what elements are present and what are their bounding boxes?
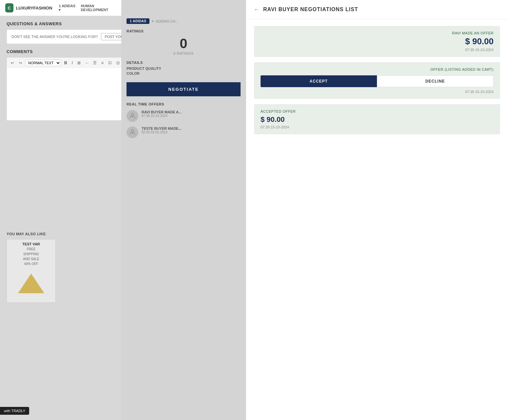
svg-point-1 — [131, 130, 134, 132]
offer-avatar-1 — [127, 110, 138, 122]
offer-made-amount: $ 90.00 — [465, 36, 494, 47]
accept-button[interactable]: ACCEPT — [261, 75, 377, 87]
ratings-section: RATINGS 0 0 RATINGS — [121, 27, 246, 58]
product-title: TEST VAR — [22, 242, 40, 246]
pending-actions: ACCEPT DECLINE — [261, 75, 494, 87]
more-button[interactable]: ··· — [84, 60, 90, 66]
breadcrumb-tag[interactable]: 1 ADIDAS — [127, 18, 149, 24]
ol-button[interactable]: ≡ — [100, 60, 105, 66]
ratings-title: RATINGS — [127, 29, 241, 33]
rating-sub: 0 RATINGS — [127, 51, 241, 55]
breadcrumb: 1 ADIDAS > ADIDAS CH... — [121, 0, 246, 27]
panel-header: ← RAVI BUYER NEGOTIATIONS LIST — [246, 0, 508, 19]
tradly-badge: with TRADLY — [0, 407, 29, 415]
detail-quality: PRODUCT QUALITY — [127, 67, 241, 70]
check-button[interactable]: ☑ — [107, 60, 113, 66]
decline-button[interactable]: DECLINE — [377, 75, 494, 87]
offer-time-1: 07:39 15-10-2024 — [142, 114, 182, 118]
realtime-offer-1: RAVI BUYER MADE A... 07:39 15-10-2024 — [127, 110, 241, 122]
format-select[interactable]: NORMAL TEXT — [25, 60, 61, 66]
image-button[interactable]: ⊡ — [115, 60, 121, 66]
pending-label: OFFER (LISTING ADDED IN CART) — [261, 67, 494, 71]
details-section: DETAILS PRODUCT QUALITY COLOR — [121, 58, 246, 79]
offer-text-2: TESTE BUYER MADE... — [142, 126, 182, 130]
panel-title: RAVI BUYER NEGOTIATIONS LIST — [263, 7, 358, 12]
svg-point-0 — [131, 113, 134, 116]
pending-offer-card: OFFER (LISTING ADDED IN CART) ACCEPT DEC… — [254, 62, 500, 99]
undo-button[interactable]: ↩ — [10, 60, 15, 66]
italic-button[interactable]: I — [70, 60, 74, 66]
product-line2: SHIPPING — [23, 252, 39, 256]
offer-made-label: RAVI MADE AN OFFER — [452, 31, 494, 35]
redo-button[interactable]: ↪ — [17, 60, 23, 66]
bold-button[interactable]: B — [63, 60, 68, 66]
accepted-label: ACCEPTED OFFER — [261, 109, 494, 113]
realtime-title: REAL TIME OFFERS — [127, 102, 241, 106]
breadcrumb-next: ADIDAS CH... — [156, 19, 178, 23]
panel-body: RAVI MADE AN OFFER $ 90.00 07:39 15-10-2… — [246, 19, 508, 420]
offer-avatar-2 — [127, 126, 138, 138]
logo-icon: C — [5, 3, 13, 12]
product-card: TEST VAR FREE SHIPPING AND SALE 40% OFF — [7, 239, 56, 303]
table-button[interactable]: ⊞ — [76, 60, 82, 66]
details-title: DETAILS — [127, 61, 241, 65]
offer-made-card: RAVI MADE AN OFFER $ 90.00 07:39 15-10-2… — [254, 26, 500, 57]
brand-name: LUXURYFASHION — [16, 6, 52, 10]
accepted-offer-card: ACCEPTED OFFER $ 90.00 07:39 15-10-2024 — [254, 104, 500, 134]
product-line4: 40% OFF — [24, 262, 38, 266]
product-line1: FREE — [27, 247, 36, 251]
negotiate-button[interactable]: NEGOTIATE — [127, 82, 241, 96]
offer-made-time: 07:39 15-10-2024 — [465, 48, 494, 52]
breadcrumb-separator: > — [151, 19, 154, 24]
nav-item-adidas[interactable]: 1 ADIDAS — [59, 4, 75, 12]
negotiations-panel: ← RAVI BUYER NEGOTIATIONS LIST RAVI MADE… — [246, 0, 508, 420]
qa-prompt-text: DON'T SEE THE ANSWER YOU'RE LOOKING FOR? — [11, 35, 98, 39]
nav-item-human[interactable]: HUMAN DEVELOPMENT — [81, 4, 116, 12]
realtime-offer-2: TESTE BUYER MADE... 02:45 02-01-2024 — [127, 126, 241, 138]
accepted-time: 07:39 15-10-2024 — [261, 125, 494, 129]
offer-text-1: RAVI BUYER MADE A... — [142, 110, 182, 114]
product-overlay: 1 ADIDAS > ADIDAS CH... RATINGS 0 0 RATI… — [121, 0, 246, 420]
accepted-amount: $ 90.00 — [261, 115, 494, 124]
back-button[interactable]: ← — [254, 7, 259, 12]
realtime-section: REAL TIME OFFERS RAVI BUYER MADE A... 07… — [121, 100, 246, 145]
rating-value: 0 — [127, 36, 241, 51]
offer-time-2: 02:45 02-01-2024 — [142, 130, 182, 134]
detail-color: COLOR — [127, 71, 241, 75]
pending-time: 07:39 15-10-2024 — [261, 90, 494, 94]
ul-button[interactable]: ☰ — [92, 60, 98, 66]
product-line3: AND SALE — [23, 257, 39, 261]
